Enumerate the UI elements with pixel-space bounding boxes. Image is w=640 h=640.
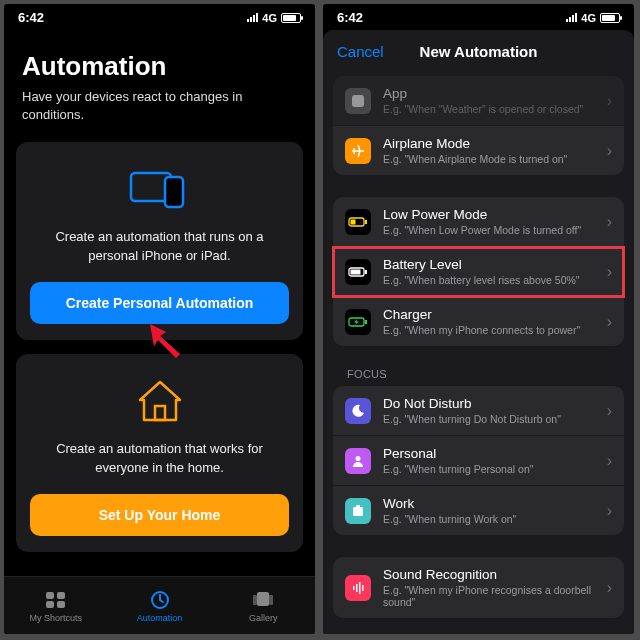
list-item-title: Do Not Disturb <box>383 396 595 411</box>
svg-rect-11 <box>269 595 273 605</box>
svg-rect-14 <box>365 220 367 224</box>
chevron-right-icon: › <box>607 452 612 470</box>
set-up-home-button[interactable]: Set Up Your Home <box>30 494 289 536</box>
list-item-title: Airplane Mode <box>383 136 595 151</box>
tab-my-shortcuts[interactable]: My Shortcuts <box>4 577 108 634</box>
charger-icon <box>345 309 371 335</box>
trigger-item-battery-level[interactable]: Battery Level E.g. "When battery level r… <box>333 247 624 297</box>
trigger-item-work[interactable]: Work E.g. "When turning Work on" › <box>333 486 624 535</box>
low-power-icon <box>345 209 371 235</box>
create-personal-automation-button[interactable]: Create Personal Automation <box>30 282 289 324</box>
svg-rect-18 <box>351 269 361 274</box>
chevron-right-icon: › <box>607 502 612 520</box>
home-automation-card: Create an automation that works for ever… <box>16 354 303 552</box>
personal-automation-card: Create an automation that runs on a pers… <box>16 142 303 340</box>
screenshot-left: 6:42 4G Automation Have your devices rea… <box>4 4 315 634</box>
list-item-title: Charger <box>383 307 595 322</box>
svg-rect-27 <box>362 585 364 591</box>
status-time: 6:42 <box>337 10 363 25</box>
svg-rect-17 <box>365 270 367 274</box>
chevron-right-icon: › <box>607 402 612 420</box>
trigger-item-personal[interactable]: Personal E.g. "When turning Personal on"… <box>333 436 624 486</box>
tab-automation[interactable]: Automation <box>108 577 212 634</box>
svg-rect-20 <box>365 320 367 324</box>
tab-bar: My Shortcuts Automation Gallery <box>4 576 315 634</box>
status-network: 4G <box>581 12 596 24</box>
chevron-right-icon: › <box>607 142 612 160</box>
trigger-item-airplane-mode[interactable]: Airplane Mode E.g. "When Airplane Mode i… <box>333 126 624 175</box>
list-item-desc: E.g. "When turning Work on" <box>383 513 595 525</box>
svg-rect-7 <box>57 601 65 608</box>
svg-rect-6 <box>46 601 54 608</box>
svg-rect-3 <box>155 406 165 420</box>
status-network: 4G <box>262 12 277 24</box>
status-bar: 6:42 4G <box>323 4 634 29</box>
list-item-desc: E.g. "When Airplane Mode is turned on" <box>383 153 595 165</box>
section-header-focus: FOCUS <box>333 368 624 386</box>
badge-icon <box>345 498 371 524</box>
tab-gallery[interactable]: Gallery <box>211 577 315 634</box>
airplane-icon <box>345 138 371 164</box>
trigger-item-app[interactable]: App E.g. "When "Weather" is opened or cl… <box>333 76 624 126</box>
moon-icon <box>345 398 371 424</box>
status-bar: 6:42 4G <box>4 4 315 29</box>
list-item-desc: E.g. "When my iPhone recognises a doorbe… <box>383 584 595 608</box>
status-time: 6:42 <box>18 10 44 25</box>
svg-rect-1 <box>165 177 183 207</box>
tab-label: Gallery <box>249 613 278 623</box>
tab-label: Automation <box>137 613 183 623</box>
person-icon <box>345 448 371 474</box>
svg-rect-4 <box>46 592 54 599</box>
signal-icon <box>247 13 258 22</box>
svg-rect-5 <box>57 592 65 599</box>
gallery-icon <box>252 589 274 611</box>
trigger-item-do-not-disturb[interactable]: Do Not Disturb E.g. "When turning Do Not… <box>333 386 624 436</box>
tab-label: My Shortcuts <box>30 613 83 623</box>
home-card-desc: Create an automation that works for ever… <box>30 440 289 478</box>
list-item-title: Personal <box>383 446 595 461</box>
chevron-right-icon: › <box>607 263 612 281</box>
svg-rect-22 <box>353 507 363 516</box>
list-item-title: Battery Level <box>383 257 595 272</box>
app-icon <box>345 88 371 114</box>
list-item-desc: E.g. "When "Weather" is opened or closed… <box>383 103 595 115</box>
modal-title: New Automation <box>420 43 538 60</box>
svg-rect-26 <box>359 582 361 594</box>
signal-icon <box>566 13 577 22</box>
chevron-right-icon: › <box>607 313 612 331</box>
list-item-desc: E.g. "When Low Power Mode is turned off" <box>383 224 595 236</box>
page-title: Automation <box>4 29 315 88</box>
chevron-right-icon: › <box>607 92 612 110</box>
list-item-title: Work <box>383 496 595 511</box>
personal-card-desc: Create an automation that runs on a pers… <box>30 228 289 266</box>
battery-icon <box>600 13 620 23</box>
shortcuts-icon <box>45 589 67 611</box>
svg-rect-23 <box>356 505 360 508</box>
trigger-item-sound-recognition[interactable]: Sound Recognition E.g. "When my iPhone r… <box>333 557 624 618</box>
svg-rect-12 <box>352 95 364 107</box>
new-automation-modal: Cancel New Automation App E.g. "When "We… <box>323 30 634 634</box>
devices-icon <box>30 164 289 214</box>
automation-icon <box>150 589 170 611</box>
cancel-button[interactable]: Cancel <box>337 43 384 60</box>
battery-icon <box>281 13 301 23</box>
chevron-right-icon: › <box>607 213 612 231</box>
list-item-desc: E.g. "When turning Do Not Disturb on" <box>383 413 595 425</box>
trigger-item-low-power-mode[interactable]: Low Power Mode E.g. "When Low Power Mode… <box>333 197 624 247</box>
screenshot-right: 6:42 4G Cancel New Automation <box>323 4 634 634</box>
svg-rect-25 <box>356 584 358 592</box>
svg-point-21 <box>356 456 361 461</box>
list-item-desc: E.g. "When turning Personal on" <box>383 463 595 475</box>
list-item-title: Low Power Mode <box>383 207 595 222</box>
battery-level-icon <box>345 259 371 285</box>
list-item-desc: E.g. "When battery level rises above 50%… <box>383 274 595 286</box>
trigger-item-charger[interactable]: Charger E.g. "When my iPhone connects to… <box>333 297 624 346</box>
modal-header: Cancel New Automation <box>323 30 634 72</box>
svg-rect-24 <box>353 586 355 590</box>
chevron-right-icon: › <box>607 579 612 597</box>
svg-rect-9 <box>257 592 269 606</box>
list-item-title: App <box>383 86 595 101</box>
page-subtitle: Have your devices react to changes in co… <box>4 88 315 142</box>
list-item-desc: E.g. "When my iPhone connects to power" <box>383 324 595 336</box>
svg-rect-10 <box>253 595 257 605</box>
